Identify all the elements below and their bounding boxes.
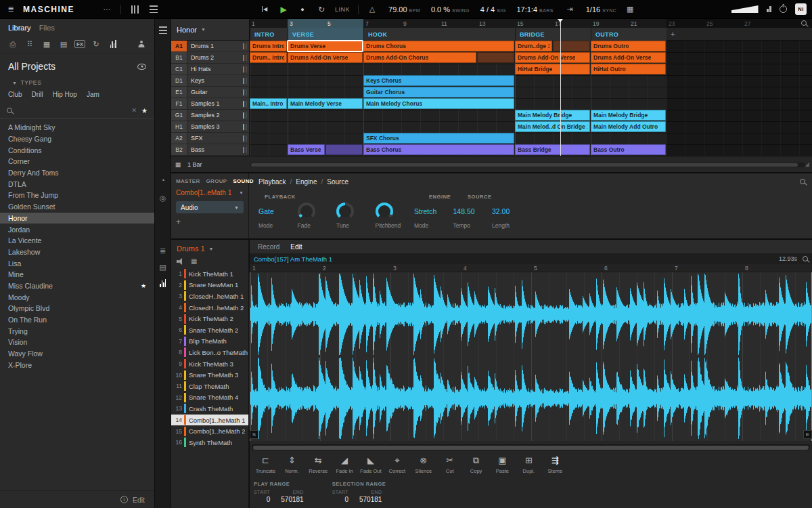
project-item[interactable]: Honor xyxy=(0,213,154,224)
events-view-icon[interactable]: ≣ xyxy=(155,244,171,257)
breadcrumb-engine[interactable]: Engine xyxy=(296,178,317,186)
end-marker[interactable]: E xyxy=(803,430,812,439)
track-lane[interactable]: Main Melod..d On Bridge 1Main Melody Add… xyxy=(250,121,812,133)
options-menu-icon[interactable]: ⋯ xyxy=(102,4,112,15)
clip[interactable] xyxy=(325,144,363,155)
param-fade[interactable]: Fade xyxy=(298,202,337,229)
clip[interactable]: Main Melody Bridge xyxy=(591,110,666,121)
waveform-zoom-icon[interactable] xyxy=(803,256,808,261)
sound-slot[interactable]: 4ClosedH..heMath 2 xyxy=(171,302,248,314)
truncate-button[interactable]: ⊏Truncate xyxy=(252,455,279,474)
fade-out-button[interactable]: ◣Fade Out xyxy=(358,455,384,474)
browser-toggle-icon[interactable] xyxy=(129,4,140,15)
param-value[interactable]: 148.50 xyxy=(453,202,493,221)
breadcrumb-playback[interactable]: Playback xyxy=(258,178,286,186)
arranger-view-icon[interactable] xyxy=(155,23,171,37)
audition-speaker-icon[interactable] xyxy=(177,258,183,265)
type-tag[interactable]: Hip Hop xyxy=(53,91,77,98)
sound-slot[interactable]: 16Synth TheMath xyxy=(171,437,248,448)
fx-filter-icon[interactable]: FX xyxy=(74,40,85,48)
scene-verse[interactable]: VERSE xyxy=(288,28,363,41)
app-menu-icon[interactable]: ≣ xyxy=(5,4,16,15)
project-item[interactable]: Lisa xyxy=(0,257,154,269)
mixer-toggle-icon[interactable] xyxy=(148,4,159,15)
sync-field[interactable]: 1/16 SYNC xyxy=(586,5,616,14)
type-tag[interactable]: Club xyxy=(8,91,22,98)
sound-slot[interactable]: 10Snare TheMath 3 xyxy=(171,369,248,381)
sound-slot[interactable]: 7Blip TheMath xyxy=(171,336,248,347)
transport-field[interactable]: 4 / 4SIG xyxy=(480,5,506,14)
grid-resolution-label[interactable]: 1 Bar xyxy=(187,161,202,168)
start-marker[interactable]: S xyxy=(250,430,258,439)
pad-grid-icon[interactable]: ▦ xyxy=(191,257,197,265)
arranger-zoom-icon[interactable] xyxy=(801,20,807,26)
sound-slot[interactable]: 14Combo[1..heMath 1 xyxy=(171,415,248,426)
clear-search-icon[interactable]: ✕ xyxy=(131,107,137,114)
normalize-button[interactable]: ⇕Norm. xyxy=(279,455,305,474)
track-lane[interactable]: Keys Chorus xyxy=(250,75,812,87)
track-lane[interactable]: Bass VerseBass ChorusBass BridgeBass Out… xyxy=(250,144,812,156)
track-name[interactable]: Keys xyxy=(187,75,249,86)
track-name[interactable]: Samples 1 xyxy=(187,98,249,109)
project-item[interactable]: Lakeshow xyxy=(0,247,154,258)
project-item[interactable]: Wavy Flow xyxy=(0,348,154,360)
skip-back-icon[interactable]: ◀ xyxy=(259,4,270,15)
pad-label[interactable]: A1 xyxy=(171,41,187,51)
clip[interactable]: Drums Add-On Verse xyxy=(288,52,363,63)
project-item[interactable]: On The Run xyxy=(0,314,154,326)
project-item[interactable]: La Vicente xyxy=(0,235,154,247)
clip[interactable]: Drums Add-On Verse xyxy=(515,52,590,63)
clip[interactable]: HiHat Bridge xyxy=(515,64,590,75)
copy-button[interactable]: ⧉Copy xyxy=(463,455,489,474)
clip[interactable]: Keys Chorus xyxy=(363,75,514,86)
browser-tab-library[interactable]: Library xyxy=(7,22,37,33)
stems-button[interactable]: ⇶Stems xyxy=(542,455,568,474)
track-lane[interactable]: Main Melody BridgeMain Melody Bridge xyxy=(250,110,812,121)
sound-slot[interactable]: 1Kick TheMath 1 xyxy=(171,268,248,280)
clip[interactable]: Drum.. Intro xyxy=(250,52,287,63)
param-tune[interactable]: Tune xyxy=(336,202,376,229)
plugin-icon[interactable]: ◎ xyxy=(155,191,171,205)
track-header[interactable]: A2SFX xyxy=(171,133,249,144)
project-item[interactable]: Cheesy Gang xyxy=(0,133,154,145)
track-header[interactable]: C1Hi Hats xyxy=(171,64,249,75)
pad-mode-icon[interactable]: ▦ xyxy=(625,4,635,15)
oneshot-filter-icon[interactable] xyxy=(107,39,119,49)
reverse-button[interactable]: ⇆Reverse xyxy=(305,455,332,474)
clip[interactable]: Bass Verse xyxy=(288,144,325,155)
param-pitchbend[interactable]: Pitchbend xyxy=(376,202,415,229)
star-icon[interactable]: ★ xyxy=(141,282,146,289)
track-name[interactable]: Hi Hats xyxy=(187,64,249,75)
metronome-icon[interactable]: △ xyxy=(367,4,378,15)
play-range-start-value[interactable]: 0 xyxy=(267,496,271,503)
silence-button[interactable]: ⊗Silence xyxy=(410,455,436,474)
track-lane[interactable]: HiHat BridgeHiHat Outro xyxy=(250,64,812,75)
track-lane[interactable]: Drum.. IntroDrums Add-On VerseDrums Add-… xyxy=(250,52,812,64)
clip[interactable]: HiHat Outro xyxy=(591,64,666,75)
type-tag[interactable]: Drill xyxy=(32,91,43,98)
loop-filter-icon[interactable]: ↻ xyxy=(90,39,102,49)
pad-label[interactable]: H1 xyxy=(171,121,187,132)
project-item[interactable]: Mine xyxy=(0,269,154,280)
pad-label[interactable]: B1 xyxy=(171,52,187,63)
sound-slot[interactable]: 12Snare TheMath 4 xyxy=(171,392,248,404)
info-icon[interactable]: i xyxy=(120,496,128,503)
project-item[interactable]: Trying xyxy=(0,325,154,337)
project-item[interactable]: Corner xyxy=(0,156,154,167)
cut-button[interactable]: ✂Cut xyxy=(436,455,463,474)
tab-edit[interactable]: Edit xyxy=(290,243,302,251)
sound-slot[interactable]: 13Crash TheMath xyxy=(171,403,248,415)
track-header[interactable]: B1Drums 2 xyxy=(171,52,249,64)
transport-field[interactable]: 79.00BPM xyxy=(388,5,420,14)
sample-editor-icon[interactable] xyxy=(155,276,171,290)
scene-hook[interactable]: HOOK xyxy=(363,28,515,41)
grid-icon[interactable]: ▦ xyxy=(173,159,183,170)
preview-eye-icon[interactable] xyxy=(137,64,146,70)
knob[interactable] xyxy=(336,203,354,220)
project-item[interactable]: Conditions xyxy=(0,144,154,156)
transport-field[interactable]: 0.0 %SWING xyxy=(431,5,470,14)
arranger-grid[interactable]: Drums IntroDrums VerseDrums ChorusDrum..… xyxy=(249,41,812,156)
param-value[interactable]: Stretch xyxy=(414,202,453,221)
channel-properties-icon[interactable]: ◔ xyxy=(155,173,171,187)
sound-slot[interactable]: 6Snare TheMath 2 xyxy=(171,324,248,336)
